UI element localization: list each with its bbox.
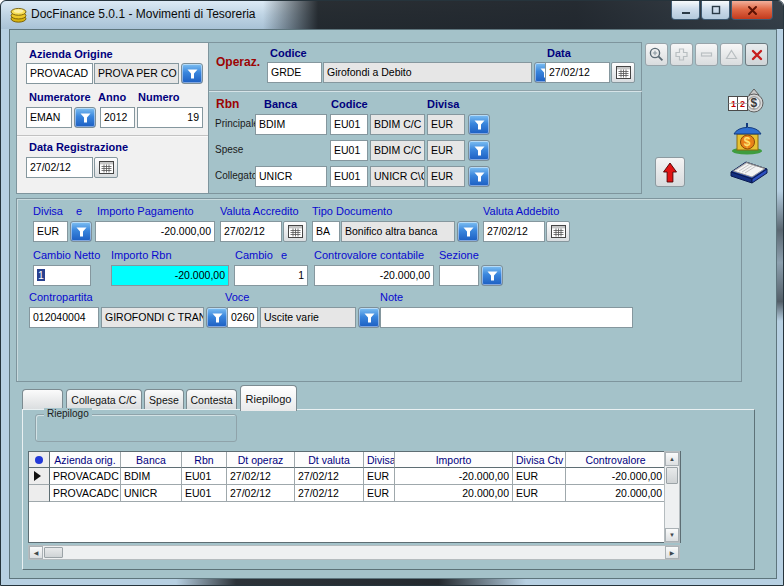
bank-button[interactable]: $ — [728, 121, 768, 155]
app-window: DocFinance 5.0.1 - Movimenti di Tesoreri… — [0, 0, 784, 586]
sezione-lookup-button[interactable] — [481, 265, 503, 286]
tab-collegata-cc[interactable]: Collegata C/C — [66, 389, 142, 410]
contropartita-lookup-button[interactable] — [206, 307, 228, 328]
data-operazione-calendar-button[interactable] — [611, 62, 635, 83]
divisa-lookup-button[interactable] — [70, 221, 92, 242]
tab-riepilogo[interactable]: Riepilogo — [240, 385, 297, 411]
voce-lookup-button[interactable] — [358, 307, 380, 328]
operazione-codice-field[interactable]: GRDE — [267, 62, 322, 83]
valuta-addebito-field[interactable]: 27/02/12 — [483, 221, 545, 242]
rbn-principale-lookup-button[interactable] — [468, 114, 490, 135]
zoom-button[interactable] — [645, 43, 668, 66]
dropdown-funnel-icon — [212, 313, 223, 323]
azienda-origine-panel: Azienda Origine PROVACAD PROVA PER CO Nu… — [17, 43, 209, 193]
rbn-spese-lookup-button[interactable] — [468, 140, 490, 161]
divider — [17, 135, 208, 136]
valuta-accredito-field[interactable]: 27/02/12 — [220, 221, 282, 242]
numeratore-field[interactable]: EMAN — [26, 107, 72, 128]
grid-row-indicator — [29, 468, 50, 485]
rbn-spese-divisa-field: EUR — [427, 140, 465, 161]
tipo-documento-lookup-button[interactable] — [457, 221, 479, 242]
grid-row-2[interactable]: PROVACADC UNICR EU01 27/02/12 27/02/12 E… — [29, 485, 680, 502]
rbn-principale-banca-field[interactable]: BDIM — [255, 114, 327, 135]
importo-pagamento-field[interactable]: -20.000,00 — [95, 221, 215, 242]
exchange-rates-button[interactable]: $ 1 2 — [726, 87, 766, 119]
grid-cell: -20.000,00 — [395, 468, 513, 485]
riepilogo-groupbox: Riepilogo — [35, 414, 237, 442]
scroll-left-button[interactable]: ◀ — [29, 546, 43, 559]
importo-rbn-field[interactable]: -20.000,00 — [111, 265, 229, 286]
tab-blank[interactable] — [22, 389, 63, 410]
grid-cell: EUR — [364, 468, 395, 485]
rbn-collegato-banca-field[interactable]: UNICR — [255, 166, 327, 187]
tab-contesta[interactable]: Contesta — [186, 389, 237, 410]
grid-header-row: Azienda orig. Banca Rbn Dt operaz Dt val… — [29, 452, 680, 468]
maximize-icon — [711, 5, 721, 15]
post-up-button[interactable] — [655, 157, 685, 187]
azienda-code-field[interactable]: PROVACAD — [26, 63, 93, 84]
grid-cell: EUR — [513, 468, 566, 485]
grid-cell: EU01 — [182, 468, 227, 485]
window-title: DocFinance 5.0.1 - Movimenti di Tesoreri… — [31, 7, 256, 21]
vertical-scroll-thumb[interactable] — [666, 467, 678, 484]
rbn-collegato-lookup-button[interactable] — [468, 166, 490, 187]
cambio-netto-field[interactable]: 1 — [33, 265, 91, 286]
data-registrazione-field[interactable]: 27/02/12 — [26, 157, 93, 178]
close-button[interactable] — [731, 1, 773, 20]
valuta-accredito-calendar-button[interactable] — [283, 221, 307, 242]
rbn-spese-conto-field: BDIM C/C — [370, 140, 425, 161]
tipo-documento-code-field[interactable]: BA — [312, 221, 340, 242]
scroll-down-button[interactable]: ▼ — [665, 528, 679, 542]
cambio-field[interactable]: 1 — [234, 265, 308, 286]
new-record-button — [670, 43, 693, 66]
controvalore-field[interactable]: -20.000,00 — [314, 265, 434, 286]
note-field[interactable] — [380, 307, 633, 328]
grid-cell: BDIM — [121, 468, 182, 485]
data-operazione-field[interactable]: 27/02/12 — [545, 62, 610, 83]
note-label: Note — [380, 291, 403, 303]
data-label: Data — [547, 47, 571, 59]
divider — [209, 90, 642, 91]
rbn-principale-divisa-field: EUR — [427, 114, 465, 135]
grid-row-1[interactable]: PROVACADC BDIM EU01 27/02/12 27/02/12 EU… — [29, 468, 680, 485]
data-registrazione-calendar-button[interactable] — [94, 157, 118, 178]
valuta-addebito-calendar-button[interactable] — [546, 221, 570, 242]
contropartita-label: Contropartita — [29, 291, 93, 303]
grid-header: Importo — [395, 452, 513, 468]
azienda-lookup-button[interactable] — [181, 63, 203, 84]
grid-vertical-scrollbar[interactable]: ▲ ▼ — [664, 451, 680, 543]
movimento-panel: Divisa e Importo Pagamento Valuta Accred… — [16, 198, 742, 382]
numero-field[interactable]: 19 — [137, 107, 203, 128]
delete-button[interactable] — [745, 43, 768, 66]
rbn-collegato-codice-field[interactable]: EU01 — [330, 166, 368, 187]
anno-field[interactable]: 2012 — [100, 107, 135, 128]
grid-cell: 27/02/12 — [227, 485, 295, 502]
numeratore-lookup-button[interactable] — [74, 107, 96, 128]
scroll-up-button[interactable]: ▲ — [665, 452, 679, 466]
minimize-button[interactable] — [671, 1, 700, 20]
anno-label: Anno — [98, 91, 126, 103]
grid-cell: 20.000,00 — [395, 485, 513, 502]
valuta-accredito-label: Valuta Accredito — [220, 205, 299, 217]
sezione-field[interactable] — [439, 265, 479, 286]
close-icon — [747, 5, 758, 16]
rbn-spese-codice-field[interactable]: EU01 — [330, 140, 368, 161]
rbn-principale-codice-field[interactable]: EU01 — [330, 114, 368, 135]
grid-header: Rbn — [182, 452, 227, 468]
grid-header-indicator — [29, 452, 50, 468]
grid-horizontal-scrollbar[interactable]: ◀ ▶ — [28, 545, 680, 560]
tipo-documento-label: Tipo Documento — [312, 205, 392, 217]
divisa-field[interactable]: EUR — [33, 221, 68, 242]
dropdown-funnel-icon — [474, 120, 485, 130]
rbn-label: Rbn — [216, 97, 239, 111]
horizontal-scroll-thumb[interactable] — [44, 547, 63, 558]
grid-cell: EUR — [513, 485, 566, 502]
scroll-right-button[interactable]: ▶ — [665, 546, 679, 559]
tab-spese[interactable]: Spese — [144, 389, 184, 410]
divisa-label: Divisa — [33, 205, 63, 217]
ledger-book-button[interactable] — [729, 156, 769, 185]
grid-cell: 27/02/12 — [295, 485, 364, 502]
contropartita-code-field[interactable]: 012040004 — [29, 307, 99, 328]
voce-code-field[interactable]: 0260 — [227, 307, 258, 328]
maximize-button[interactable] — [701, 1, 730, 20]
